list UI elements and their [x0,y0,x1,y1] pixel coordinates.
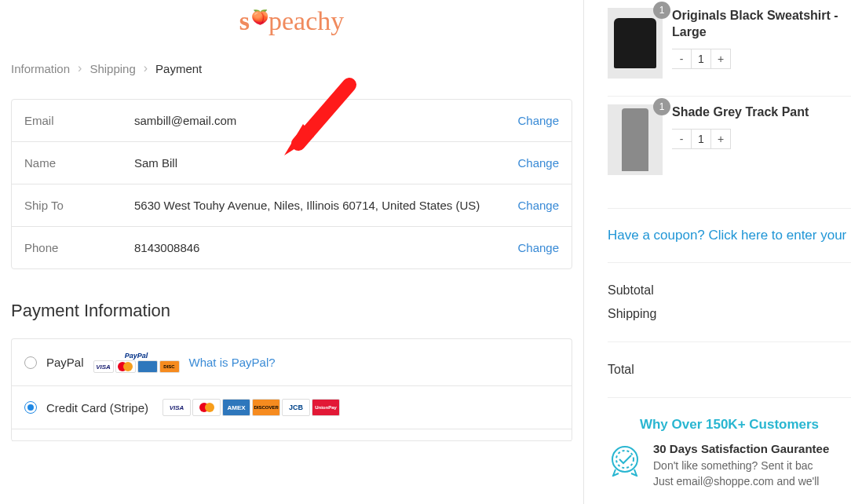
jcb-icon: JCB [282,399,310,416]
shipping-label: Shipping [608,307,656,320]
peach-icon: 🍑 [251,9,268,25]
summary-row-name: Name Sam Bill Change [12,142,572,184]
summary-label: Ship To [24,199,134,212]
divider [608,341,851,342]
logo-peachy: peachy [268,6,344,35]
change-name-link[interactable]: Change [517,156,559,170]
card-badges: VISA AMEX DISCOVER JCB UnionPay [163,399,340,416]
mastercard-icon [192,399,221,416]
summary-value: 8143008846 [134,241,517,254]
divider [608,397,851,398]
change-shipto-link[interactable]: Change [517,199,559,212]
qty-decrease-button[interactable]: - [672,129,692,149]
qty-value: 1 [691,49,711,69]
payment-option-blank [12,429,572,441]
pants-image [622,108,648,171]
payment-option-stripe[interactable]: Credit Card (Stripe) VISA AMEX DISCOVER … [12,386,572,429]
shipping-row: Shipping [608,302,851,326]
change-email-link[interactable]: Change [517,114,559,127]
logo-so: s [239,6,250,35]
product-thumbnail: 1 [608,8,663,79]
payment-info-heading: Payment Information [11,301,572,321]
summary-value: 5630 West Touhy Avenue, Niles, Illinois … [134,199,517,212]
store-logo: s🍑peachy [11,0,572,58]
qty-badge: 1 [653,2,670,19]
guarantee-title: 30 Days Satisfaction Gaurantee [653,442,829,455]
qty-decrease-button[interactable]: - [672,49,692,69]
what-is-paypal-link[interactable]: What is PayPal? [189,356,276,369]
breadcrumb-payment[interactable]: Payment [155,62,202,75]
divider [608,208,851,209]
guarantee-block: 30 Days Satisfaction Gaurantee Don't lik… [608,442,851,489]
cart-item: 1 Originals Black Sweatshirt - Large - 1… [608,0,851,97]
qty-increase-button[interactable]: + [710,129,731,149]
change-phone-link[interactable]: Change [517,241,559,254]
guarantee-body-line1: Don't like something? Sent it bac [653,458,829,474]
subtotal-row: Subtotal [608,279,851,302]
breadcrumb-shipping[interactable]: Shipping [89,62,135,75]
payment-option-label: Credit Card (Stripe) [46,401,148,415]
radio-stripe[interactable] [24,401,37,414]
summary-label: Name [24,156,134,170]
chevron-right-icon: › [78,61,82,75]
chevron-right-icon: › [144,61,148,75]
payment-option-paypal[interactable]: PayPal PayPal VISA DISC What is PayPal? [12,339,572,386]
summary-label: Email [24,114,134,127]
total-row: Total [608,358,851,382]
visa-icon: VISA [163,399,191,416]
summary-row-shipto: Ship To 5630 West Touhy Avenue, Niles, I… [12,184,572,227]
divider [608,262,851,263]
product-title: Shade Grey Track Pant [672,104,851,121]
breadcrumb-information[interactable]: Information [11,62,70,75]
qty-value: 1 [691,129,711,149]
product-thumbnail: 1 [608,104,663,175]
order-summary-box: Email sambill@email.com Change Name Sam … [11,99,572,269]
paypal-logo-icon: PayPal VISA DISC [93,352,180,373]
sweatshirt-image [614,18,656,68]
summary-value: sambill@email.com [134,114,517,127]
summary-row-phone: Phone 8143008846 Change [12,227,572,268]
qty-increase-button[interactable]: + [710,49,731,69]
subtotal-label: Subtotal [608,283,654,297]
payment-option-label: PayPal [46,356,84,369]
guarantee-body-line2: Just email@shoppe.com and we'll [653,474,829,490]
guarantee-badge-icon [608,442,642,477]
radio-paypal[interactable] [24,356,37,369]
quantity-stepper: - 1 + [672,49,851,69]
summary-row-email: Email sambill@email.com Change [12,100,572,142]
amex-icon: AMEX [222,399,250,416]
qty-badge: 1 [653,98,670,115]
quantity-stepper: - 1 + [672,129,851,149]
unionpay-icon: UnionPay [312,399,340,416]
summary-label: Phone [24,241,134,254]
coupon-toggle-link[interactable]: Have a coupon? Click here to enter your [608,228,851,243]
discover-icon: DISCOVER [252,399,280,416]
svg-point-2 [616,451,634,468]
breadcrumb: Information › Shipping › Payment [11,58,572,99]
payment-methods-box: PayPal PayPal VISA DISC What is PayPal? … [11,338,572,441]
cart-item: 1 Shade Grey Track Pant - 1 + [608,97,851,192]
summary-value: Sam Bill [134,156,517,170]
product-title: Originals Black Sweatshirt - Large [672,8,851,41]
total-label: Total [608,363,634,376]
customers-love-heading: Why Over 150K+ Customers [608,417,851,433]
